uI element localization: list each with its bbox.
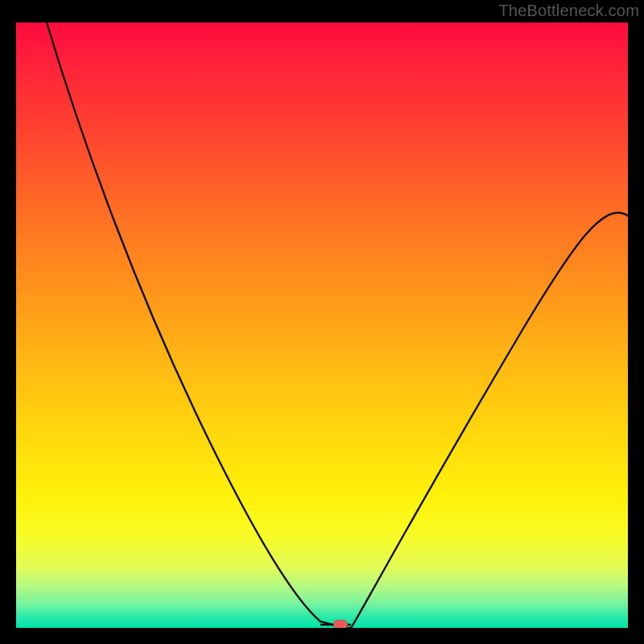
optimum-marker — [333, 620, 348, 628]
bottleneck-curve — [47, 23, 628, 628]
watermark-text: TheBottleneck.com — [498, 2, 639, 20]
plot-area — [16, 23, 628, 628]
chart-frame: TheBottleneck.com — [0, 0, 644, 644]
curve-svg — [16, 23, 628, 628]
